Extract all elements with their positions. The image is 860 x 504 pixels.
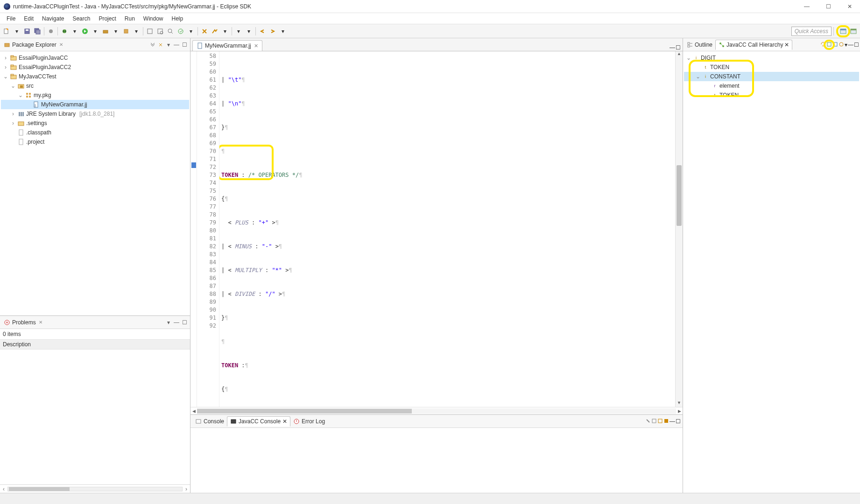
scroll-left-icon[interactable]: ◀ xyxy=(190,409,197,413)
hscroll-thumb[interactable] xyxy=(197,409,412,413)
new-package-button[interactable] xyxy=(121,27,131,36)
call-hierarchy-close-icon[interactable]: ✕ xyxy=(784,42,789,48)
editor-tab-close-icon[interactable]: ✕ xyxy=(254,43,258,49)
package-item[interactable]: ⌄my.pkg xyxy=(1,91,189,100)
outline-tab[interactable]: Outline xyxy=(684,40,715,49)
javacc-console-close-icon[interactable]: ✕ xyxy=(282,418,287,425)
project-item[interactable]: ⌄MyJavaCCTest xyxy=(1,72,189,81)
quick-access-input[interactable]: Quick Access xyxy=(791,27,832,36)
search-button[interactable] xyxy=(166,27,175,36)
outline-minimize-button[interactable]: — xyxy=(848,42,853,48)
project-file-item[interactable]: .project xyxy=(1,137,189,147)
link-editor-button[interactable] xyxy=(157,41,164,49)
new-dropdown[interactable]: ▾ xyxy=(12,27,21,36)
scroll-up-icon[interactable]: ▲ xyxy=(676,51,683,58)
scroll-right-icon[interactable]: ▶ xyxy=(676,409,683,413)
src-folder-item[interactable]: ⌄src xyxy=(1,81,189,91)
outline-refresh-button[interactable] xyxy=(820,42,826,48)
problems-hscrollbar[interactable]: ‹ › xyxy=(0,484,190,493)
hierarchy-item[interactable]: ⌄iDIGIT xyxy=(684,53,859,63)
new-package-dropdown[interactable]: ▾ xyxy=(132,27,141,36)
hierarchy-item[interactable]: tTOKEN xyxy=(684,91,859,100)
editor-minimize-button[interactable]: — xyxy=(670,44,675,51)
menu-search[interactable]: Search xyxy=(69,14,94,23)
scroll-right-icon[interactable]: › xyxy=(183,486,190,492)
call-hierarchy-tab[interactable]: JavaCC Call Hierarchy ✕ xyxy=(715,40,792,50)
forward-dropdown[interactable]: ▾ xyxy=(244,27,254,36)
hierarchy-item-constant[interactable]: ⌄iCONSTANT xyxy=(684,72,859,81)
console-minimize-button[interactable]: — xyxy=(670,418,675,425)
minimize-view-button[interactable]: — xyxy=(173,41,180,49)
project-item[interactable]: ›EssaiPluginJavaCC2 xyxy=(1,63,189,72)
ext-tools-dropdown[interactable]: ▾ xyxy=(111,27,120,36)
problems-column-description[interactable]: Description xyxy=(0,339,190,350)
hierarchy-item[interactable]: tTOKEN xyxy=(684,63,859,72)
save-all-button[interactable] xyxy=(33,27,42,36)
open-type-button[interactable] xyxy=(145,27,155,36)
debug-dropdown[interactable]: ▾ xyxy=(70,27,79,36)
menu-run[interactable]: Run xyxy=(121,14,139,23)
console-pin-button[interactable] xyxy=(645,418,651,425)
console-open-button[interactable] xyxy=(657,418,663,425)
classpath-file-item[interactable]: .classpath xyxy=(1,128,189,137)
close-button[interactable]: ✕ xyxy=(843,2,856,11)
outline-history-button[interactable] xyxy=(839,42,844,48)
scroll-left-icon[interactable]: ‹ xyxy=(0,486,7,492)
back-dropdown[interactable]: ▾ xyxy=(234,27,243,36)
open-task-dropdown[interactable]: ▾ xyxy=(186,27,196,36)
editor-vscrollbar[interactable]: ▲ ▼ xyxy=(675,51,683,407)
collapse-all-button[interactable] xyxy=(149,41,156,49)
maximize-button[interactable]: ☐ xyxy=(822,2,835,11)
scroll-thumb[interactable] xyxy=(9,487,70,491)
line-number-gutter[interactable]: 58 59 60 61 62 63 64 65 66 67 68 69 70 7… xyxy=(197,51,219,407)
call-hierarchy-tree[interactable]: ⌄iDIGIT tTOKEN ⌄iCONSTANT relement tTOKE… xyxy=(683,51,860,493)
menu-file[interactable]: File xyxy=(3,14,19,23)
editor-maximize-button[interactable]: ☐ xyxy=(676,44,681,51)
problems-view-menu-button[interactable]: ▾ xyxy=(165,319,172,326)
project-item[interactable]: ›EssaiPluginJavaCC xyxy=(1,53,189,63)
menu-help[interactable]: Help xyxy=(168,14,187,23)
grammar-file-item[interactable]: jjMyNewGrammar.jj xyxy=(1,100,189,109)
view-menu-button[interactable]: ▾ xyxy=(165,41,172,49)
toggle-mark-button[interactable] xyxy=(200,27,209,36)
console-display-button[interactable] xyxy=(651,418,657,425)
editor-tab-grammar[interactable]: MyNewGrammar.jj ✕ xyxy=(192,40,262,51)
menu-navigate[interactable]: Navigate xyxy=(38,14,68,23)
problems-maximize-button[interactable]: ☐ xyxy=(181,319,188,326)
minimize-button[interactable]: — xyxy=(800,2,813,11)
skip-breakpoints-button[interactable] xyxy=(46,27,56,36)
run-button[interactable] xyxy=(80,27,90,36)
outline-callees-button[interactable] xyxy=(832,42,838,48)
marker-bar[interactable] xyxy=(190,51,197,407)
hierarchy-item[interactable]: relement xyxy=(684,81,859,91)
console-new-button[interactable] xyxy=(663,418,669,425)
editor-hscrollbar[interactable]: ◀ ▶ xyxy=(190,407,683,414)
error-log-tab[interactable]: Error Log xyxy=(290,417,328,426)
maximize-view-button[interactable]: ☐ xyxy=(181,41,188,49)
package-explorer-close-icon[interactable]: ✕ xyxy=(59,42,65,48)
next-edit-dropdown[interactable]: ▾ xyxy=(278,27,288,36)
problems-close-icon[interactable]: ✕ xyxy=(39,320,44,325)
editor-area[interactable]: 58 59 60 61 62 63 64 65 66 67 68 69 70 7… xyxy=(190,51,683,407)
console-tab[interactable]: Console xyxy=(192,417,227,426)
console-body[interactable] xyxy=(190,427,683,493)
perspective-plugin-button[interactable] xyxy=(849,27,858,36)
run-dropdown[interactable]: ▾ xyxy=(91,27,100,36)
debug-button[interactable] xyxy=(60,27,69,36)
javacc-console-tab[interactable]: JavaCC Console ✕ xyxy=(227,416,290,427)
problems-minimize-button[interactable]: — xyxy=(173,319,180,326)
outline-view-menu-button[interactable]: ▾ xyxy=(845,42,847,48)
save-button[interactable] xyxy=(22,27,32,36)
new-button[interactable] xyxy=(2,27,11,36)
open-task-button[interactable] xyxy=(176,27,185,36)
open-type-2-button[interactable] xyxy=(155,27,165,36)
jre-item[interactable]: ›JRE System Library[jdk1.8.0_281] xyxy=(1,109,189,119)
menu-window[interactable]: Window xyxy=(140,14,167,23)
last-edit-button[interactable] xyxy=(258,27,267,36)
menu-project[interactable]: Project xyxy=(95,14,120,23)
code-editor[interactable]: | "\t"¶ | "\n"¶ }¶ ¶ TOKEN : /* OPERATOR… xyxy=(219,51,675,407)
toggle-block-dropdown[interactable]: ▾ xyxy=(220,27,230,36)
next-edit-button[interactable] xyxy=(268,27,277,36)
ext-tools-button[interactable] xyxy=(101,27,110,36)
outline-callers-button[interactable] xyxy=(826,42,832,48)
